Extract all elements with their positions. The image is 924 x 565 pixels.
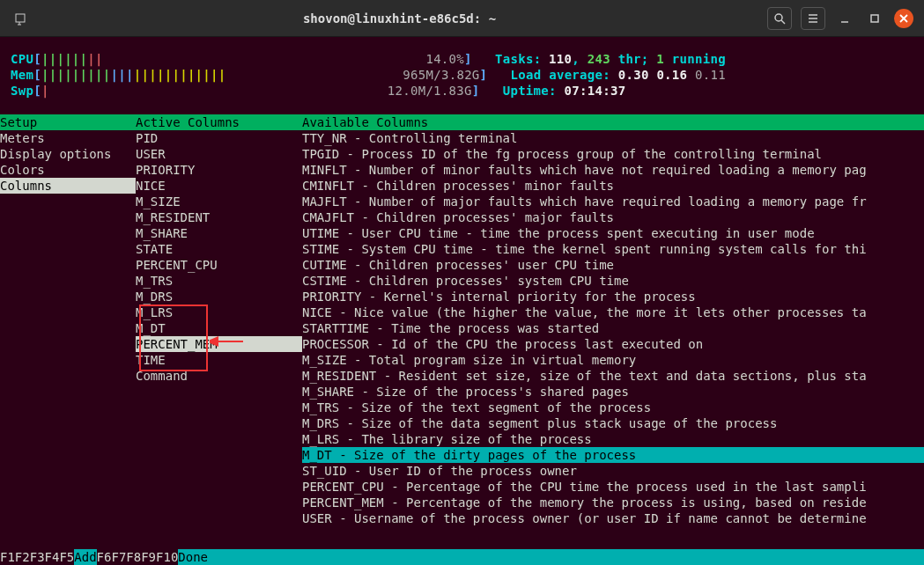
available-column-item[interactable]: TTY_NR - Controlling terminal <box>302 130 924 146</box>
active-columns-header: Active Columns <box>136 114 302 130</box>
panel-headers: Setup Active Columns Available Columns <box>0 114 924 130</box>
active-column-item[interactable]: M_LRS <box>136 305 302 320</box>
svg-rect-0 <box>16 14 25 22</box>
cpu-meter: CPU[|||||||| 14.0%] Tasks: 110, 243 thr;… <box>0 51 924 67</box>
function-key-bar[interactable]: F1 F2 F3 F4 F5Add F6 F7 F8 F9 F10Done <box>0 549 924 565</box>
active-column-item[interactable]: M_SIZE <box>136 194 302 209</box>
active-column-item[interactable]: PERCENT_CPU <box>136 257 302 273</box>
available-column-item[interactable]: MAJFLT - Number of major faults which ha… <box>302 194 924 209</box>
available-column-item[interactable]: PERCENT_CPU - Percentage of the CPU time… <box>302 479 924 495</box>
active-columns-panel[interactable]: PIDUSERPRIORITYNICEM_SIZEM_RESIDENTM_SHA… <box>136 130 302 526</box>
available-column-item[interactable]: M_SHARE - Size of the process's shared p… <box>302 384 924 400</box>
active-column-item[interactable]: TIME <box>136 352 302 368</box>
setup-header: Setup <box>0 114 136 130</box>
available-column-item[interactable]: TPGID - Process ID of the fg process gro… <box>302 146 924 162</box>
active-column-item[interactable]: M_RESIDENT <box>136 209 302 225</box>
available-column-item[interactable]: M_LRS - The library size of the process <box>302 431 924 447</box>
available-column-item[interactable]: NICE - Nice value (the higher the value,… <box>302 305 924 320</box>
available-columns-panel[interactable]: TTY_NR - Controlling terminalTPGID - Pro… <box>302 130 924 526</box>
active-column-item[interactable]: STATE <box>136 241 302 257</box>
close-icon[interactable] <box>894 9 913 28</box>
svg-rect-7 <box>871 15 878 22</box>
available-column-item[interactable]: CSTIME - Children processes' system CPU … <box>302 273 924 289</box>
setup-item[interactable]: Display options <box>0 146 136 162</box>
svg-point-1 <box>775 14 782 21</box>
setup-panel[interactable]: MetersDisplay optionsColorsColumns <box>0 130 136 526</box>
available-column-item[interactable]: M_SIZE - Total program size in virtual m… <box>302 352 924 368</box>
window-titlebar: shovon@linuxhint-e86c5d: ~ <box>0 0 924 37</box>
available-column-item[interactable]: STIME - System CPU time - time the kerne… <box>302 241 924 257</box>
active-column-item[interactable]: Command <box>136 368 302 384</box>
available-column-item[interactable]: ST_UID - User ID of the process owner <box>302 463 924 479</box>
available-column-item[interactable]: M_DRS - Size of the data segment plus st… <box>302 415 924 431</box>
active-column-item[interactable]: M_SHARE <box>136 225 302 241</box>
minimize-icon[interactable] <box>834 8 855 29</box>
search-icon[interactable] <box>767 7 792 30</box>
active-column-item[interactable]: M_DT <box>136 320 302 336</box>
mem-meter: Mem[|||||||||||||||||||||||| 965M/3.82G]… <box>0 67 924 83</box>
available-columns-header: Available Columns <box>302 114 924 130</box>
svg-line-2 <box>781 20 785 24</box>
setup-item[interactable]: Meters <box>0 130 136 146</box>
active-column-item[interactable]: USER <box>136 146 302 162</box>
setup-item[interactable]: Colors <box>0 162 136 178</box>
window-title: shovon@linuxhint-e86c5d: ~ <box>32 11 767 26</box>
available-column-item[interactable]: PERCENT_MEM - Percentage of the memory t… <box>302 495 924 510</box>
terminal-area[interactable]: CPU[|||||||| 14.0%] Tasks: 110, 243 thr;… <box>0 37 924 565</box>
available-column-item[interactable]: UTIME - User CPU time - time the process… <box>302 225 924 241</box>
available-column-item[interactable]: CUTIME - Children processes' user CPU ti… <box>302 257 924 273</box>
active-column-item[interactable]: PRIORITY <box>136 162 302 178</box>
available-column-item[interactable]: CMAJFLT - Children processes' major faul… <box>302 209 924 225</box>
setup-item[interactable]: Columns <box>0 178 136 194</box>
available-column-item[interactable]: USER - Username of the process owner (or… <box>302 510 924 526</box>
active-column-item[interactable]: NICE <box>136 178 302 194</box>
active-column-item[interactable]: M_TRS <box>136 273 302 289</box>
available-column-item[interactable]: M_RESIDENT - Resident set size, size of … <box>302 368 924 384</box>
active-column-item[interactable]: PID <box>136 130 302 146</box>
available-column-item[interactable]: PRIORITY - Kernel's internal priority fo… <box>302 289 924 305</box>
active-column-item[interactable]: M_DRS <box>136 289 302 305</box>
maximize-icon[interactable] <box>864 8 885 29</box>
hamburger-menu-icon[interactable] <box>801 7 825 30</box>
available-column-item[interactable]: M_DT - Size of the dirty pages of the pr… <box>302 447 924 463</box>
available-column-item[interactable]: PROCESSOR - Id of the CPU the process la… <box>302 336 924 352</box>
swp-meter: Swp[| 12.0M/1.83G] Uptime: 07:14:37 <box>0 83 924 99</box>
new-tab-icon[interactable] <box>11 8 32 29</box>
available-column-item[interactable]: CMINFLT - Children processes' minor faul… <box>302 178 924 194</box>
available-column-item[interactable]: MINFLT - Number of minor faults which ha… <box>302 162 924 178</box>
active-column-item[interactable]: PERCENT_MEM <box>136 336 302 352</box>
available-column-item[interactable]: M_TRS - Size of the text segment of the … <box>302 400 924 415</box>
available-column-item[interactable]: STARTTIME - Time the process was started <box>302 320 924 336</box>
